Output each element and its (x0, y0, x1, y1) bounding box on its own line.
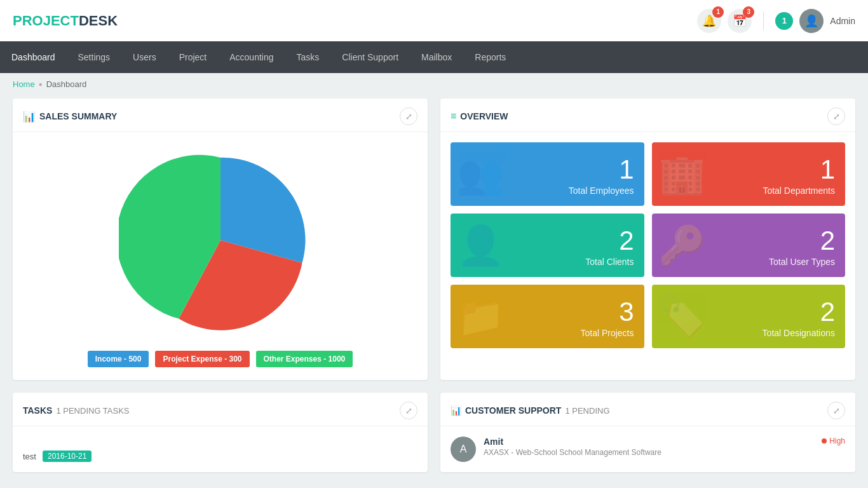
nav-accounting[interactable]: Accounting (218, 41, 285, 73)
task-name: test (23, 452, 36, 461)
overview-total-employees[interactable]: 👥 1 Total Employees (451, 142, 644, 206)
nav-dashboard[interactable]: Dashboard (0, 41, 67, 73)
main-nav: Dashboard Settings Users Project Account… (0, 41, 868, 73)
notification-bell-wrap[interactable]: 🔔 1 (697, 9, 721, 33)
cs-avatar: A (451, 437, 476, 462)
clients-bg-icon: 👤 (457, 223, 505, 268)
nav-tasks[interactable]: Tasks (285, 41, 331, 73)
nav-reports[interactable]: Reports (463, 41, 517, 73)
pie-chart-svg (119, 139, 322, 342)
customer-support-card: 📊 CUSTOMER SUPPORT 1 pending ⤢ A Amit AX… (440, 393, 855, 472)
user-number-badge: 1 (775, 12, 793, 30)
header-right: 🔔 1 📅 3 1 👤 Admin (697, 9, 855, 33)
cs-ticket-description: AXASX - Web-School School Management Sof… (484, 448, 814, 457)
header: PROJECTDESK 🔔 1 📅 3 1 👤 Admin (0, 0, 868, 41)
notification-badge: 1 (712, 6, 724, 18)
task-date: 2016-10-21 (43, 451, 92, 462)
admin-label: Admin (830, 16, 855, 26)
main-content: 📊 SALES SUMMARY ⤢ (0, 95, 868, 485)
tasks-pending-label: 1 pending tasks (56, 406, 129, 416)
sales-summary-title: 📊 SALES SUMMARY (23, 111, 117, 123)
sales-summary-expand-button[interactable]: ⤢ (400, 107, 417, 125)
tasks-header: TASKS 1 pending tasks ⤢ (13, 393, 428, 426)
cs-ticket-name: Amit (484, 437, 814, 447)
employees-bg-icon: 👥 (457, 152, 505, 197)
task-row: test 2016-10-21 (23, 445, 417, 462)
breadcrumb: Home ● Dashboard (0, 73, 868, 95)
total-projects-label: Total Projects (580, 328, 634, 338)
breadcrumb-current: Dashboard (46, 79, 87, 89)
nav-project[interactable]: Project (168, 41, 219, 73)
legend-other-expenses[interactable]: Other Expenses - 1000 (256, 351, 353, 367)
cs-priority-dot (822, 438, 827, 444)
customer-support-body: A Amit AXASX - Web-School School Managem… (440, 426, 855, 472)
cs-pending-label: 1 pending (565, 406, 609, 416)
pie-chart-wrap (119, 139, 322, 342)
overview-total-clients[interactable]: 👤 2 Total Clients (451, 214, 644, 277)
total-employees-num: 1 (619, 156, 634, 183)
total-designations-label: Total Designations (763, 328, 835, 338)
header-divider (763, 11, 764, 30)
nav-client-support[interactable]: Client Support (330, 41, 410, 73)
cs-chart-icon: 📊 (451, 405, 461, 416)
total-departments-label: Total Departments (763, 186, 835, 196)
total-designations-num: 2 (820, 299, 835, 325)
overview-grid: 👥 1 Total Employees 🏢 1 Total Department… (440, 132, 855, 358)
projects-bg-icon: 📁 (457, 294, 505, 339)
tasks-body: test 2016-10-21 (13, 426, 428, 471)
sales-summary-card: 📊 SALES SUMMARY ⤢ (13, 98, 428, 380)
total-projects-num: 3 (619, 299, 634, 325)
overview-total-departments[interactable]: 🏢 1 Total Departments (652, 142, 846, 206)
calendar-badge: 3 (743, 6, 754, 18)
nav-mailbox[interactable]: Mailbox (410, 41, 463, 73)
sales-summary-header: 📊 SALES SUMMARY ⤢ (13, 98, 428, 132)
overview-expand-button[interactable]: ⤢ (827, 107, 845, 125)
avatar[interactable]: 👤 (799, 9, 824, 33)
breadcrumb-home[interactable]: Home (13, 79, 35, 89)
overview-total-projects[interactable]: 📁 3 Total Projects (451, 285, 644, 348)
chart-icon: 📊 (23, 111, 36, 123)
total-departments-num: 1 (820, 156, 835, 183)
nav-users[interactable]: Users (121, 41, 168, 73)
user-types-bg-icon: 🔑 (658, 223, 706, 268)
pie-legend: Income - 500 Project Expense - 300 Other… (88, 351, 353, 367)
total-clients-label: Total Clients (585, 257, 634, 267)
logo: PROJECTDESK (13, 13, 118, 29)
logo-project: PROJECT (13, 13, 79, 29)
total-user-types-label: Total User Types (769, 257, 835, 267)
departments-bg-icon: 🏢 (658, 152, 706, 197)
legend-income[interactable]: Income - 500 (88, 351, 149, 367)
overview-header: ≡ OVERVIEW ⤢ (440, 98, 855, 132)
customer-support-title: 📊 CUSTOMER SUPPORT 1 pending (451, 405, 610, 416)
breadcrumb-separator: ● (39, 81, 43, 88)
cs-info: Amit AXASX - Web-School School Managemen… (484, 437, 814, 457)
overview-card: ≡ OVERVIEW ⤢ 👥 1 Total Employees 🏢 1 Tot… (440, 98, 855, 380)
logo-desk: DESK (79, 13, 118, 29)
designations-bg-icon: 🏷️ (658, 294, 706, 339)
pie-chart-container: Income - 500 Project Expense - 300 Other… (13, 132, 428, 380)
total-user-types-num: 2 (820, 227, 835, 254)
cs-ticket-row: A Amit AXASX - Web-School School Managem… (451, 437, 845, 462)
overview-total-user-types[interactable]: 🔑 2 Total User Types (652, 214, 846, 277)
list-icon: ≡ (451, 111, 456, 122)
overview-title: ≡ OVERVIEW (451, 111, 508, 122)
tasks-expand-button[interactable]: ⤢ (400, 402, 417, 419)
calendar-wrap[interactable]: 📅 3 (728, 9, 752, 33)
cs-priority: High (822, 437, 845, 445)
overview-total-designations[interactable]: 🏷️ 2 Total Designations (652, 285, 846, 348)
tasks-card: TASKS 1 pending tasks ⤢ test 2016-10-21 (13, 393, 428, 472)
total-clients-num: 2 (619, 227, 634, 254)
cs-priority-label: High (829, 437, 845, 445)
tasks-title: TASKS 1 pending tasks (23, 405, 130, 416)
total-employees-label: Total Employees (569, 186, 634, 196)
nav-settings[interactable]: Settings (67, 41, 122, 73)
legend-project-expense[interactable]: Project Expense - 300 (155, 351, 249, 367)
customer-support-header: 📊 CUSTOMER SUPPORT 1 pending ⤢ (440, 393, 855, 426)
customer-support-expand-button[interactable]: ⤢ (827, 402, 845, 419)
